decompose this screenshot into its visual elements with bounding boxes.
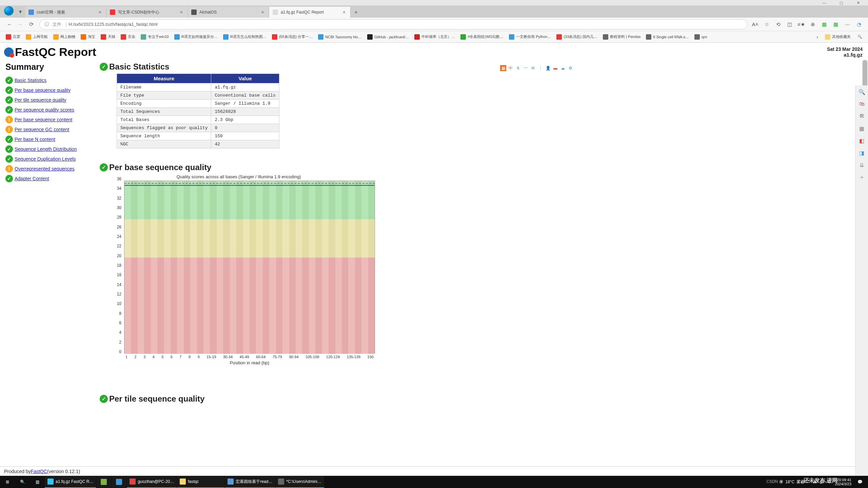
extension2-icon[interactable]: ▦: [831, 19, 841, 29]
close-button[interactable]: ✕: [850, 0, 867, 5]
summary-link[interactable]: Overrepresented sequences: [15, 166, 75, 171]
summary-link[interactable]: Per base sequence quality: [15, 87, 71, 93]
summary-item[interactable]: ✓ Sequence Duplication Levels: [5, 155, 93, 163]
task-view-button[interactable]: ▥: [30, 476, 45, 488]
weather-temp: 18°C: [785, 480, 794, 484]
summary-item[interactable]: ! Overrepresented sequences: [5, 165, 93, 172]
summary-link[interactable]: Adapter Content: [15, 176, 49, 181]
maximize-button[interactable]: ▢: [833, 0, 850, 5]
extension1-icon[interactable]: ▦: [819, 19, 829, 29]
back-button[interactable]: ←: [4, 19, 15, 30]
browser-tab[interactable]: a1.fq.gz FastQC Report ×: [269, 7, 351, 18]
summary-item[interactable]: ! Per base sequence content: [5, 116, 93, 123]
new-tab-button[interactable]: ＋: [351, 7, 361, 18]
summary-link[interactable]: Sequence Length Distribution: [15, 146, 77, 152]
side-add-icon[interactable]: ＋: [858, 174, 866, 181]
bookmark-item[interactable]: 教程资料 | Pandas: [600, 32, 643, 42]
sync-icon[interactable]: ⟲: [773, 19, 783, 29]
side-office-icon[interactable]: ◧: [858, 137, 866, 144]
minimize-button[interactable]: —: [816, 0, 833, 5]
favorites-list-icon[interactable]: ≡★: [796, 19, 806, 29]
report-main[interactable]: ✓ Basic Statistics Measure Value Filenam…: [96, 60, 868, 466]
summary-item[interactable]: ✓ Sequence Length Distribution: [5, 145, 93, 153]
folder-icon: [825, 34, 830, 40]
taskbar-search-button[interactable]: 🔍: [15, 476, 30, 488]
summary-item[interactable]: ✓ Adapter Content: [5, 175, 93, 182]
tab-close-button[interactable]: ×: [260, 9, 265, 15]
side-shopping-icon[interactable]: 🛍: [858, 100, 866, 108]
summary-link[interactable]: Basic Statistics: [15, 78, 46, 83]
tab-close-button[interactable]: ×: [179, 9, 184, 15]
other-bookmarks-folder[interactable]: 其他收藏夹: [823, 32, 853, 42]
bookmark-item[interactable]: R语言如何做差异分…: [172, 32, 220, 42]
bookmark-item[interactable]: 上网导航: [23, 32, 50, 42]
menu-icon[interactable]: ⋯: [842, 19, 852, 29]
favorite-icon[interactable]: ☆: [762, 19, 772, 29]
bookmark-item[interactable]: 百度: [3, 32, 23, 42]
summary-link[interactable]: Per base N content: [15, 137, 55, 142]
footer-link-fastqc[interactable]: FastQC: [31, 469, 47, 474]
bookmark-item[interactable]: 京东: [118, 32, 138, 42]
bookmark-item[interactable]: (55条消息) 分享一…: [270, 32, 315, 42]
bookmark-item[interactable]: 淘宝: [78, 32, 98, 42]
summary-item[interactable]: ✓ Basic Statistics: [5, 77, 93, 84]
bookmark-item[interactable]: R语言怎么绘制热图…: [221, 32, 269, 42]
split-icon[interactable]: ◫: [785, 19, 795, 29]
summary-link[interactable]: Per sequence quality scores: [15, 107, 74, 113]
taskbar-weather[interactable]: ☀ 18°C 雾霾: [780, 479, 805, 485]
summary-link[interactable]: Per tile sequence quality: [15, 97, 66, 103]
summary-item[interactable]: ✓ Per sequence quality scores: [5, 106, 93, 114]
taskbar-app[interactable]: [112, 476, 126, 488]
bookmark-label: 网上购物: [60, 34, 75, 39]
refresh-button[interactable]: ⟳: [26, 19, 37, 30]
side-outlook-icon[interactable]: ◨: [858, 149, 866, 157]
summary-item[interactable]: ! Per sequence GC content: [5, 126, 93, 133]
forward-button[interactable]: →: [15, 19, 26, 30]
side-drop-icon[interactable]: ⇊: [858, 161, 866, 169]
taskbar-app[interactable]: guozihan@PC-20…: [127, 476, 177, 488]
collections-icon[interactable]: ⊕: [808, 19, 818, 29]
summary-item[interactable]: ✓ Per base sequence quality: [5, 86, 93, 94]
tab-close-button[interactable]: ×: [341, 9, 347, 15]
translate-icon[interactable]: Aあ: [750, 19, 760, 29]
side-tools-icon[interactable]: 🛠: [858, 113, 866, 120]
bookmark-item[interactable]: 网上购物: [51, 32, 78, 42]
taskbar-app[interactable]: a1.fq.gz FastQC R…: [45, 476, 96, 488]
notifications-button[interactable]: 💬: [855, 476, 865, 488]
bookmark-item[interactable]: 专注于win10: [138, 32, 171, 42]
taskbar-app[interactable]: fastqc: [177, 476, 224, 488]
summary-link[interactable]: Sequence Duplication Levels: [15, 156, 76, 162]
section-per-tile: ✓ Per tile sequence quality: [100, 394, 861, 404]
bookmarks-search-icon[interactable]: 🔍: [855, 32, 865, 42]
taskbar-app[interactable]: *C:\Users\Admini…: [275, 476, 324, 488]
url-input[interactable]: ⓘ 文件 | H:/sxfx/2023.1225.zuzh/fastqc/a1_…: [39, 19, 747, 29]
bookmark-item[interactable]: qrrr: [692, 32, 710, 42]
browser-tab[interactable]: AIchatOS ×: [188, 7, 269, 18]
taskbar-app[interactable]: [96, 476, 111, 488]
copilot-icon[interactable]: ◔: [854, 19, 864, 29]
bookmark-item[interactable]: 天猫: [98, 32, 118, 42]
side-games-icon[interactable]: ▦: [858, 125, 866, 132]
bookmark-item[interactable]: NCBI Taxonomy Ho…: [316, 32, 364, 42]
taskbar-app-icon: [130, 479, 136, 485]
side-search-icon[interactable]: 🔍: [858, 88, 866, 96]
bookmark-item[interactable]: 8 Single cell RNA-s…: [644, 32, 691, 42]
bookmark-item[interactable]: 一文教你用 Python…: [507, 32, 553, 42]
bookmark-item[interactable]: GitHub - jackfrued/…: [365, 32, 412, 42]
bookmark-item[interactable]: (33条消息) 国内几…: [554, 32, 600, 42]
summary-item[interactable]: ✓ Per base N content: [5, 136, 93, 143]
bookmark-favicon-icon: [223, 34, 229, 40]
bookmarks-overflow-button[interactable]: ›: [814, 32, 821, 42]
tab-close-button[interactable]: ×: [97, 9, 103, 15]
x-tick: 150: [368, 355, 374, 359]
summary-link[interactable]: Per sequence GC content: [15, 127, 69, 132]
bookmark-item[interactable]: 中科领率（北京）…: [412, 32, 457, 42]
start-button[interactable]: ⊞: [0, 476, 15, 488]
summary-link[interactable]: Per base sequence content: [15, 117, 72, 122]
browser-tab[interactable]: 写文章-CSDN创作中心 ×: [106, 7, 188, 18]
summary-item[interactable]: ✓ Per tile sequence quality: [5, 96, 93, 104]
tab-actions-icon[interactable]: ▾: [16, 8, 25, 15]
taskbar-app[interactable]: 宏基因组基于read…: [225, 476, 275, 488]
bookmark-item[interactable]: #全基因组(WGS)数…: [458, 32, 506, 42]
browser-tab[interactable]: csdn官网 - 搜索 ×: [25, 7, 106, 18]
